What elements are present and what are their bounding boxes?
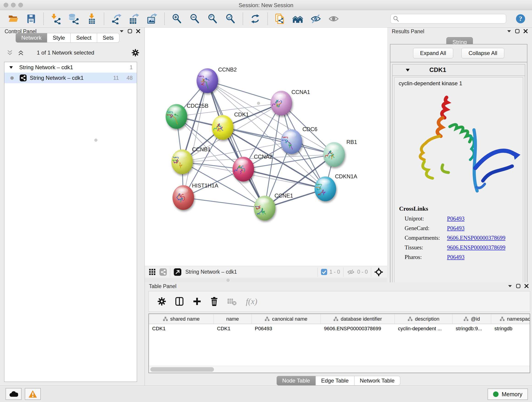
share-view-icon[interactable] (159, 268, 167, 276)
save-session-button[interactable] (25, 12, 38, 26)
new-network-from-selection-button[interactable] (273, 12, 286, 26)
network-row-selected[interactable]: String Network – cdk1 11 48 (4, 73, 137, 83)
crosslink-tissues-link[interactable]: 9606.ENSP00000378699 (447, 244, 505, 251)
table-cell[interactable]: P06493 (252, 324, 321, 334)
zoom-out-button[interactable] (188, 12, 201, 26)
column-header-3[interactable]: database identifier (321, 314, 395, 324)
table-row[interactable]: CDK1CDK1P064939606.ENSP00000378699cyclin… (149, 324, 530, 334)
help-button[interactable]: ? (514, 12, 527, 26)
create-column-button[interactable] (193, 297, 201, 306)
protein-card-header[interactable]: CDK1 (393, 64, 525, 76)
table-cell[interactable]: CDK1 (149, 324, 214, 334)
column-header-label: @id (471, 316, 480, 322)
show-columns-button[interactable] (175, 297, 184, 306)
search-input[interactable] (399, 16, 504, 22)
graph-node-HIST1H1A[interactable] (172, 185, 194, 210)
import-table-file-button[interactable] (85, 12, 98, 26)
panel-menu-icon[interactable] (508, 284, 512, 288)
graph-node-CCNA1[interactable] (271, 91, 292, 115)
zoom-fit-button[interactable] (206, 12, 219, 26)
tab-style[interactable]: Style (47, 33, 70, 43)
export-image-icon (147, 13, 158, 24)
graph-node-CDK1[interactable] (212, 115, 234, 140)
panel-menu-icon[interactable] (507, 30, 511, 33)
hide-selected-button[interactable] (309, 12, 322, 26)
column-header-5[interactable]: @id (452, 314, 491, 324)
graph-node-CDC25B[interactable] (166, 104, 187, 129)
import-network-database-button[interactable] (67, 12, 80, 26)
column-header-1[interactable]: name (214, 314, 252, 324)
splitter-handle[interactable] (257, 102, 260, 105)
column-header-0[interactable]: shared name (149, 314, 214, 324)
export-network-button[interactable] (110, 12, 123, 26)
crosslink-compartments-link[interactable]: 9606.ENSP00000378699 (447, 235, 505, 241)
network-view[interactable]: CCNB2CCNA1CDC25BCDK1CDC6RB1CCNB1CCNA2CDK… (145, 27, 387, 278)
delete-column-button[interactable] (210, 297, 218, 306)
show-all-button[interactable] (327, 12, 340, 26)
footer-separator (317, 268, 318, 277)
network-collection-row[interactable]: String Network – cdk1 1 (4, 62, 137, 73)
graph-node-CCNB1[interactable] (171, 149, 193, 174)
splitter-handle[interactable] (94, 139, 97, 142)
column-header-2[interactable]: canonical name (252, 314, 321, 324)
open-session-button[interactable] (7, 12, 20, 26)
float-panel-icon[interactable] (128, 29, 132, 33)
zoom-selected-button[interactable] (224, 12, 237, 26)
crosslink-uniprot-link[interactable]: P06493 (447, 216, 464, 222)
table-cell[interactable]: stringdb:9... (452, 324, 491, 334)
tab-select[interactable]: Select (70, 33, 97, 43)
float-panel-icon[interactable] (516, 284, 520, 288)
column-header-4[interactable]: description (395, 314, 452, 324)
search-box[interactable] (390, 14, 506, 24)
network-canvas[interactable]: CCNB2CCNA1CDC25BCDK1CDC6RB1CCNB1CCNA2CDK… (145, 27, 387, 266)
graph-node-CDKN1A[interactable] (315, 177, 336, 201)
node-table[interactable]: shared namenamecanonical namedatabase id… (148, 313, 530, 373)
horizontal-scrollbar[interactable] (149, 366, 530, 373)
tab-network[interactable]: Network (16, 33, 47, 43)
export-image-button[interactable] (146, 12, 158, 26)
splitter-handle[interactable] (227, 279, 230, 282)
graph-node-CDC6[interactable] (281, 129, 302, 154)
collapse-section-icon[interactable] (406, 69, 410, 71)
open-in-window-icon[interactable] (173, 268, 182, 276)
tab-sets[interactable]: Sets (97, 33, 119, 43)
tab-network-table[interactable]: Network Table (355, 376, 400, 385)
close-panel-icon[interactable] (524, 284, 529, 288)
table-cell[interactable]: stringdb (491, 324, 530, 334)
column-header-6[interactable]: namespace (491, 314, 530, 324)
table-cell[interactable]: 9606.ENSP00000378699 (321, 324, 395, 334)
tree-expand-icon[interactable] (9, 66, 13, 69)
import-network-file-button[interactable] (50, 12, 62, 26)
string-results-container: Expand All Collapse All CDK1 cyclin-depe… (390, 44, 527, 293)
birds-eye-icon[interactable] (374, 268, 383, 276)
table-cell[interactable]: CDK1 (214, 324, 252, 334)
graph-node-RB1[interactable] (323, 142, 345, 167)
crosslink-pharos-link[interactable]: P06493 (447, 254, 464, 260)
zoom-in-button[interactable] (171, 12, 183, 26)
warnings-button[interactable] (25, 388, 41, 400)
graph-node-CCNB2[interactable] (196, 68, 218, 93)
network-options-gear-icon[interactable] (132, 49, 139, 57)
first-neighbors-button[interactable] (291, 12, 304, 26)
panel-menu-icon[interactable] (119, 30, 124, 33)
scrollbar-thumb[interactable] (150, 367, 214, 372)
float-panel-icon[interactable] (515, 29, 520, 33)
cloud-status-button[interactable] (6, 388, 22, 400)
export-table-button[interactable] (128, 12, 141, 26)
graph-node-CCNE1[interactable] (254, 196, 275, 220)
expand-all-button[interactable]: Expand All (413, 48, 453, 58)
selected-checkbox-icon[interactable] (321, 269, 327, 275)
tab-node-table[interactable]: Node Table (277, 376, 316, 385)
grid-view-icon[interactable] (149, 269, 156, 275)
graph-node-CCNA2[interactable] (233, 157, 254, 182)
close-panel-icon[interactable] (136, 29, 140, 33)
table-cell[interactable]: cyclin-dependent ... (395, 324, 452, 334)
refresh-layout-button[interactable] (249, 12, 262, 26)
table-settings-button[interactable] (157, 297, 166, 306)
hidden-eye-icon[interactable] (347, 269, 355, 275)
collapse-all-button[interactable]: Collapse All (462, 48, 504, 58)
tab-edge-table[interactable]: Edge Table (316, 376, 355, 385)
close-panel-icon[interactable] (523, 29, 528, 33)
memory-button[interactable]: Memory (488, 389, 528, 400)
crosslink-genecard-link[interactable]: P06493 (447, 225, 464, 231)
